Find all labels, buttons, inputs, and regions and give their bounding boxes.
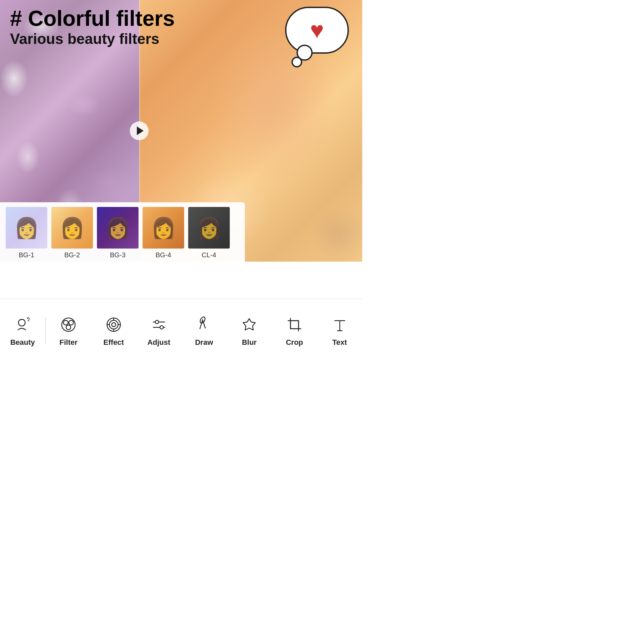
filter-thumb-bg1: 👩: [5, 206, 48, 249]
filter-icon: [58, 315, 78, 335]
heart-icon: ♥: [310, 18, 324, 42]
hash-title: # Colorful filters: [10, 7, 175, 30]
tool-effect[interactable]: Effect: [91, 310, 137, 352]
draw-icon: [194, 315, 214, 335]
svg-rect-20: [290, 321, 299, 329]
tool-blur-label: Blur: [242, 338, 257, 347]
filter-label-cl4: CL-4: [202, 251, 216, 259]
tool-filter-label: Filter: [59, 338, 77, 347]
effect-icon: [104, 315, 124, 335]
filter-item-cl4[interactable]: 👩 CL-4: [187, 206, 230, 259]
svg-point-9: [109, 320, 118, 329]
svg-point-0: [18, 319, 25, 326]
play-button[interactable]: [130, 121, 149, 140]
filter-thumb-bg4: 👩: [142, 206, 185, 249]
filter-item-bg3[interactable]: 👩 BG-3: [96, 206, 139, 259]
filter-thumb-bg2: 👩: [51, 206, 94, 249]
tool-text-label: Text: [332, 338, 347, 347]
tool-adjust[interactable]: Adjust: [136, 310, 181, 352]
filter-strip: 👩 BG-1 👩 BG-2 👩 BG-3 👩 BG-4: [0, 202, 245, 262]
tool-effect-label: Effect: [103, 338, 124, 347]
svg-line-1: [27, 317, 29, 319]
filter-thumb-cl4: 👩: [187, 206, 230, 249]
blur-icon: [239, 315, 259, 335]
main-canvas: # Colorful filters Various beauty filter…: [0, 0, 362, 262]
filter-item-bg2[interactable]: 👩 BG-2: [51, 206, 94, 259]
filter-label-bg1: BG-1: [19, 251, 35, 259]
thought-bubble: ♥: [285, 7, 352, 60]
tool-adjust-label: Adjust: [147, 338, 170, 347]
sub-title: Various beauty filters: [10, 30, 175, 48]
bubble-cloud: ♥: [285, 7, 349, 54]
bottom-toolbar: Beauty Filter Effect: [0, 299, 362, 362]
crop-icon: [284, 315, 305, 335]
svg-point-5: [63, 320, 68, 325]
filter-label-bg4: BG-4: [156, 251, 171, 259]
overlay-text-block: # Colorful filters Various beauty filter…: [10, 7, 175, 48]
svg-point-10: [112, 323, 116, 327]
svg-point-6: [69, 320, 73, 325]
tool-beauty[interactable]: Beauty: [0, 310, 45, 352]
filter-item-bg1[interactable]: 👩 BG-1: [5, 206, 48, 259]
tool-text[interactable]: Text: [317, 310, 362, 352]
filter-label-bg2: BG-2: [64, 251, 80, 259]
filter-thumb-bg3: 👩: [96, 206, 139, 249]
svg-line-2: [29, 319, 30, 319]
filter-label-bg3: BG-3: [110, 251, 126, 259]
svg-point-17: [155, 320, 159, 324]
svg-point-7: [66, 325, 71, 330]
tool-draw[interactable]: Draw: [181, 310, 227, 352]
tool-draw-label: Draw: [195, 338, 213, 347]
tool-beauty-label: Beauty: [10, 338, 35, 347]
tool-blur[interactable]: Blur: [227, 310, 272, 352]
tool-crop-label: Crop: [286, 338, 303, 347]
tool-crop[interactable]: Crop: [272, 310, 317, 352]
adjust-icon: [149, 315, 169, 335]
svg-point-18: [160, 326, 163, 329]
filter-item-bg4[interactable]: 👩 BG-4: [142, 206, 185, 259]
beauty-icon: [12, 315, 33, 335]
text-icon: [330, 315, 350, 335]
tool-filter[interactable]: Filter: [46, 310, 91, 352]
